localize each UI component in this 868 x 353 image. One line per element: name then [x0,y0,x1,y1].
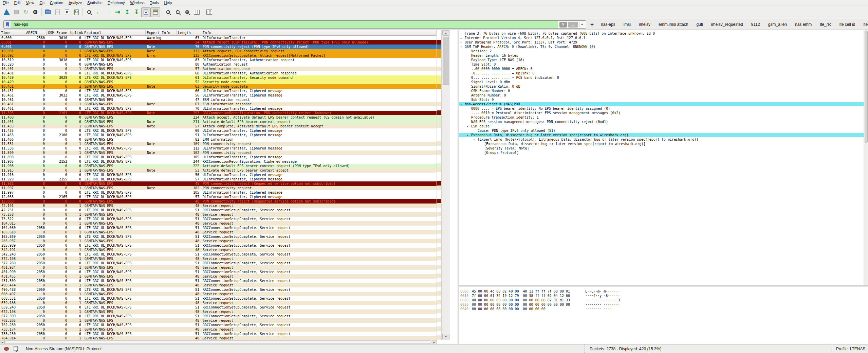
expanded-arrow-icon[interactable]: ▾ [467,124,471,129]
menu-tools[interactable]: Tools [147,0,162,5]
packet-row[interactable]: 490.414001GSMTAP/NAS-EPS48Service reques… [0,283,437,287]
detail-tree-node[interactable]: ▸Frame 3: 76 bytes on wire (608 bits), 7… [459,31,864,36]
filter-shortcut-9112[interactable]: 9112 [747,20,764,29]
menu-go[interactable]: Go [37,0,47,5]
filter-shortcut-lte-cell-id[interactable]: lte cell id [835,20,860,29]
detail-tree-leaf[interactable]: Signal/Noise Ratio: 0 dB [459,84,864,89]
detail-tree-leaf[interactable]: Sub-Slot: 0 [459,98,864,102]
packet-row[interactable]: 10.092000LTE RRC UL_DCCH/NAS-EPSError135… [0,53,437,58]
packet-row[interactable]: 401.990205000LTE RRC UL_DCCH/NAS-EPS51RR… [0,270,437,274]
detail-tree-leaf[interactable]: Time Slot: 0 [459,62,864,67]
hex-row[interactable]: 000045 00 00 4c 00 02 40 00 40 11 ff ff … [459,289,868,294]
packet-row[interactable]: 10.429000GSMTAP/NAS-EPS52Security mode c… [0,80,437,84]
detail-tree-leaf[interactable]: NAS EPS session management messages: PDN… [459,120,864,124]
packet-row[interactable]: 11.890001GSMTAP/NAS-EPSNote102PDN connec… [0,151,437,155]
packet-row[interactable]: 733.230205000LTE RRC UL_DCCH/NAS-EPS51RR… [0,332,437,336]
packet-row[interactable]: 342.191001GSMTAP/NAS-EPS48Service reques… [0,248,437,252]
restart-capture-icon[interactable]: ↻ [21,7,31,17]
zoom-in-icon[interactable]: + [163,7,173,17]
detail-tree-leaf[interactable]: [Severity level: Note] [459,146,864,151]
packet-row[interactable]: 11.931000GSMTAP/NAS-EPS48PDN connectivit… [0,181,437,186]
go-to-packet-icon[interactable]: ⇥ [113,7,122,17]
go-back-icon[interactable]: ← [94,7,103,17]
filter-shortcut-lte-rrc[interactable]: lte_rrc [816,20,835,29]
scroll-left-icon[interactable]: ◂ [0,340,5,344]
detail-tree-leaf[interactable]: .0.. .... .... .... = Uplink: 0 [459,71,864,75]
find-packet-icon[interactable] [84,7,94,17]
packet-row[interactable]: 733.174001GSMTAP/NAS-EPS48Service reques… [0,327,437,332]
hex-row[interactable]: 004000 00 00 00 00 00 00 00 00 00 00 00·… [459,307,868,311]
detail-tree-node[interactable]: ▾Extraneous Data, dissector bug or later… [459,133,864,137]
detail-tree-leaf[interactable]: [Extraneous Data, dissector bug or later… [459,142,864,146]
stop-capture-icon[interactable] [12,7,21,17]
detail-tree-leaf[interactable]: [Group: Protocol] [459,151,864,155]
column-header-time[interactable]: Time [0,30,25,35]
packet-row[interactable]: 104.080205000LTE RRC UL_DCCH/NAS-EPS51RR… [0,226,437,230]
packet-row[interactable]: 11.997000LTE RRC UL_DCCH/NAS-EPS105ULInf… [0,190,437,195]
expert-info-button[interactable] [4,347,9,351]
packet-row[interactable]: 372.260205000LTE RRC UL_DCCH/NAS-EPS51RR… [0,261,437,265]
packet-row[interactable]: 42.251000LTE RRC UL_DCCH/NAS-EPS51RRCCon… [0,208,437,212]
packet-row[interactable]: 0.001000GSMTAP/NAS-EPSNote76PDN connecti… [0,45,437,49]
packet-row[interactable]: 10.461001GSMTAP/NAS-EPSNote67ESM informa… [0,102,437,106]
zoom-out-icon[interactable]: − [173,7,182,17]
packet-row[interactable]: 372.198001GSMTAP/NAS-EPS48Service reques… [0,257,437,261]
packet-row[interactable]: 11.466000GSMTAP/NAS-EPS82EMM information [0,137,437,142]
packet-row[interactable]: 10.461030320LTE RRC DL_DCCH/NAS-EPS56DLI… [0,93,437,98]
resize-columns-icon[interactable] [192,7,201,17]
filter-shortcut-imsi[interactable]: imsi [620,20,635,29]
packet-list-vscrollbar[interactable]: ▴ ▾ [441,30,450,340]
filter-shortcut-emm-imsi-attach[interactable]: emm.imsi attach [654,20,692,29]
menu-view[interactable]: View [23,0,37,5]
packet-row[interactable]: 11.536000LTE RRC UL_DCCH/NAS-EPS112ULInf… [0,146,437,151]
packet-row[interactable]: 11.916000LTE RRC UL_DCCH/NAS-EPS56ULInfo… [0,173,437,177]
packet-row[interactable]: 0.000256030100LTE RRC DL_DCCH/NAS-EPSWar… [0,36,437,40]
capture-comment-icon[interactable] [14,346,18,351]
start-capture-icon[interactable] [2,7,12,17]
packet-row[interactable]: 10.319030180LTE RRC DL_DCCH/NAS-EPS83DLI… [0,58,437,62]
detail-tree-leaf[interactable]: Procedure transaction identity: 1 [459,115,864,120]
packet-row[interactable]: 73.322000LTE RRC UL_DCCH/NAS-EPS51RRCCon… [0,217,437,221]
packet-row[interactable]: 0.001000GSMTAP/NAS-EPS54Attach reject (E… [0,40,437,45]
filter-clear-icon[interactable]: × [559,22,567,28]
filter-shortcut-imeisv[interactable]: imeisv [635,20,654,29]
expanded-arrow-icon[interactable]: ▾ [460,102,465,107]
hex-row[interactable]: 00107f 00 00 01 34 19 12 79 00 38 ff ff … [459,294,868,298]
packet-list-header[interactable]: TimeARFCNGSM Frame NUplinkProtocolExpert… [0,30,437,36]
packet-row[interactable]: 10.429030290LTE RRC DL_DCCH/NAS-EPS61DLI… [0,75,437,80]
detail-tree-leaf[interactable]: Version: 2 [459,49,864,53]
packet-row[interactable]: 285.989205000LTE RRC UL_DCCH/NAS-EPS51RR… [0,243,437,248]
filter-shortcut-nas-emm[interactable]: nas emm [791,20,816,29]
detail-vscrollbar[interactable] [864,30,868,285]
packet-row[interactable]: 12.033000GSMTAP/NAS-EPS48PDN connectivit… [0,199,437,204]
packet-row[interactable]: 672.309205000LTE RRC UL_DCCH/NAS-EPS51RR… [0,314,437,318]
packet-row[interactable]: 11.401000GSMTAP/NAS-EPSNote211Activate d… [0,120,437,124]
column-header-gsm-frame-n[interactable]: GSM Frame N [47,30,69,35]
packet-row[interactable]: 10.461000GSMTAP/NAS-EPS47ESM information… [0,98,437,102]
packet-row[interactable]: 11.890000LTE RRC UL_DCCH/NAS-EPS105ULInf… [0,155,437,159]
packet-row[interactable]: 11.395021010LTE RRC DL_DCCH/NAS-EPSNote2… [0,111,437,115]
filter-add-button[interactable]: + [588,20,596,29]
reload-capture-file-icon[interactable]: ↻ [72,7,81,17]
display-filter-input[interactable]: nas-eps [11,21,558,28]
detail-tree-leaf[interactable]: Payload Type: LTE NAS (18) [459,58,864,62]
packet-row[interactable]: 431.509205000LTE RRC UL_DCCH/NAS-EPS51RR… [0,279,437,283]
detail-tree-leaf[interactable]: GSM Frame Number: 0 [459,89,864,93]
packet-row[interactable]: 11.929021550LTE RRC DL_DCCH/NAS-EPS57DLI… [0,177,437,181]
detail-tree-leaf[interactable]: 0... .... .... .... = PCS band indicator… [459,75,864,80]
detail-tree-leaf[interactable]: ..00 0000 0000 0000 = ARFCN: 0 [459,67,864,71]
detail-tree-node[interactable]: ▾Non-Access-Stratum (NAS)PDU [459,102,864,106]
packet-row[interactable]: 10.401000LTE RRC UL_DCCH/NAS-EPS60ULInfo… [0,71,437,75]
packet-row[interactable]: 42.191001GSMTAP/NAS-EPS48Service request [0,204,437,208]
packet-row[interactable]: 73.258001GSMTAP/NAS-EPS48Service request [0,212,437,217]
packet-row[interactable]: 285.937001GSMTAP/NAS-EPS48Service reques… [0,239,437,243]
packet-row[interactable]: 11.400000GSMTAP/NAS-EPS224Attach accept,… [0,115,437,120]
packet-row[interactable]: 11.915001GSMTAP/NAS-EPSNote53Activate de… [0,168,437,173]
packet-row[interactable]: 659.240205000LTE RRC UL_DCCH/NAS-EPS51RR… [0,305,437,310]
go-first-packet-icon[interactable]: ↥ [122,7,132,17]
packet-row[interactable]: 10.431001GSMTAP/NAS-EPSNote63Security mo… [0,84,437,89]
auto-scroll-toggle-icon[interactable] [141,7,151,17]
packet-row[interactable]: 11.531001GSMTAP/NAS-EPSNote109PDN connec… [0,142,437,146]
packet-row[interactable]: 608.551205000LTE RRC UL_DCCH/NAS-EPS51RR… [0,296,437,301]
capture-options-icon[interactable]: ⚙ [31,7,40,17]
